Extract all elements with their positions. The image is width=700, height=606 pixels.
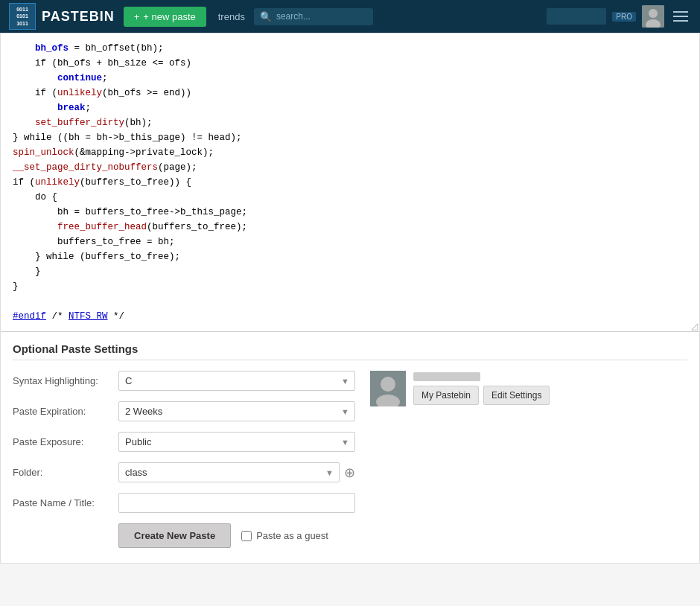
hamburger-line [673, 11, 688, 13]
search-area: 🔍 [254, 8, 373, 25]
syntax-row: Syntax Highlighting: None C C++ Java Pyt… [13, 371, 355, 391]
settings-right: My Pastebin Edit Settings [370, 371, 564, 548]
user-info: My Pastebin Edit Settings [413, 372, 550, 405]
folder-select-wrapper: -- No Folder -- class ▼ [118, 462, 340, 482]
expiration-label: Paste Expiration: [13, 406, 109, 417]
user-card: My Pastebin Edit Settings [370, 371, 564, 406]
folder-label: Folder: [13, 467, 109, 478]
folder-control: -- No Folder -- class ▼ ⊕ [118, 462, 355, 482]
exposure-select-wrapper: Public Unlisted Private ▼ [118, 432, 355, 452]
logo-area: 001101011011 PASTEBIN [9, 3, 115, 30]
resize-handle[interactable]: ◿ [689, 321, 699, 331]
my-pastebin-button[interactable]: My Pastebin [413, 386, 479, 405]
settings-section: Optional Paste Settings Syntax Highlight… [1, 332, 699, 563]
guest-checkbox[interactable] [241, 531, 252, 541]
paste-name-row: Paste Name / Title: [13, 493, 355, 513]
pro-badge: PRO [612, 12, 636, 22]
new-paste-label: + new paste [143, 11, 195, 22]
hamburger-line [673, 16, 688, 17]
plus-circle-icon: ⊕ [344, 466, 355, 479]
syntax-select-wrapper: None C C++ Java Python JavaScript ▼ [118, 371, 355, 391]
code-area[interactable]: bh_ofs = bh_offset(bh); if (bh_ofs + bh_… [1, 34, 699, 332]
syntax-control: None C C++ Java Python JavaScript ▼ [118, 371, 355, 391]
create-paste-button[interactable]: Create New Paste [118, 523, 231, 548]
plus-icon: + [134, 11, 140, 22]
syntax-label: Syntax Highlighting: [13, 375, 109, 386]
submit-row: Create New Paste Paste as a guest [13, 523, 355, 548]
folder-select[interactable]: -- No Folder -- class [118, 462, 340, 482]
hamburger-line [673, 20, 688, 22]
user-card-buttons: My Pastebin Edit Settings [413, 386, 550, 405]
edit-settings-button[interactable]: Edit Settings [483, 386, 550, 405]
trends-link[interactable]: trends [218, 11, 245, 22]
expiration-row: Paste Expiration: Never 10 Minutes 1 Hou… [13, 401, 355, 421]
paste-name-label: Paste Name / Title: [13, 497, 109, 508]
expiration-select[interactable]: Never 10 Minutes 1 Hour 1 Day 1 Week 2 W… [118, 401, 355, 421]
header-username-blur [547, 8, 606, 25]
svg-point-4 [381, 377, 395, 392]
guest-label: Paste as a guest [256, 530, 328, 541]
code-content: bh_ofs = bh_offset(bh); if (bh_ofs + bh_… [1, 41, 699, 324]
expiration-control: Never 10 Minutes 1 Hour 1 Day 1 Week 2 W… [118, 401, 355, 421]
exposure-label: Paste Exposure: [13, 436, 109, 447]
header-right: PRO [547, 5, 691, 28]
add-folder-button[interactable]: ⊕ [344, 466, 355, 479]
header: 001101011011 PASTEBIN + + new paste tren… [0, 0, 700, 33]
svg-point-1 [649, 9, 658, 18]
paste-name-control [118, 493, 355, 513]
user-avatar [370, 371, 406, 406]
settings-layout: Syntax Highlighting: None C C++ Java Pyt… [13, 371, 687, 548]
settings-left: Syntax Highlighting: None C C++ Java Pyt… [13, 371, 355, 548]
exposure-control: Public Unlisted Private ▼ [118, 432, 355, 452]
search-input[interactable] [276, 11, 358, 22]
guest-checkbox-area: Paste as a guest [241, 530, 328, 541]
folder-row: Folder: -- No Folder -- class ▼ ⊕ [13, 462, 355, 482]
header-avatar[interactable] [642, 5, 664, 28]
expiration-select-wrapper: Never 10 Minutes 1 Hour 1 Day 1 Week 2 W… [118, 401, 355, 421]
syntax-select[interactable]: None C C++ Java Python JavaScript [118, 371, 355, 391]
logo-text: PASTEBIN [42, 9, 115, 25]
exposure-select[interactable]: Public Unlisted Private [118, 432, 355, 452]
new-paste-button[interactable]: + + new paste [124, 7, 206, 27]
hamburger-button[interactable] [670, 8, 691, 25]
main-content: bh_ofs = bh_offset(bh); if (bh_ofs + bh_… [0, 33, 700, 564]
exposure-row: Paste Exposure: Public Unlisted Private … [13, 432, 355, 452]
settings-title: Optional Paste Settings [13, 342, 687, 360]
paste-name-input[interactable] [118, 493, 355, 513]
search-icon: 🔍 [260, 11, 272, 22]
logo-icon: 001101011011 [9, 3, 36, 30]
user-name-blurred [413, 372, 480, 381]
